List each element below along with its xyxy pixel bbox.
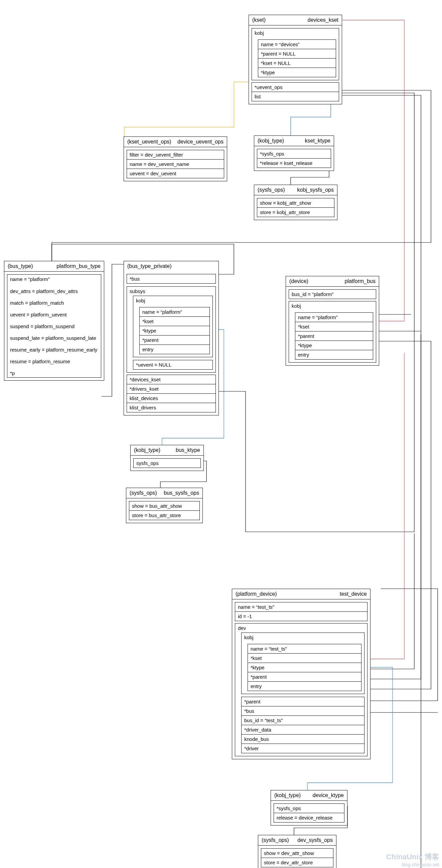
box-test-device: (platform_device) test_device name = “te… [232,589,371,759]
field: *parent [295,331,373,341]
instance-label: platform_bus_type [57,263,101,269]
type-label: (sysfs_ops) [130,490,157,496]
field: show = bus_attr_show [129,501,199,510]
field: name = “test_ts” [235,602,367,612]
title: (kobj_type) device_ktype [271,790,347,801]
instance-label: devices_kset [308,17,339,23]
subsys-label: subsys [127,287,215,296]
field: bus_id = “test_ts” [242,715,364,725]
field: name = “platform” [7,275,101,284]
title: (sysfs_ops) bus_sysfs_ops [126,488,202,498]
field: uevent = platform_uevent [7,307,101,319]
field: store = kobj_attr_store [257,207,334,217]
field: *devices_kset [127,375,215,384]
instance-label: kset_ktype [305,138,331,144]
type-label: (kobj_type) [134,447,160,453]
field: match = platform_match [7,296,101,307]
instance-label: device_ktype [313,793,344,799]
field: *kset [248,653,361,662]
connector-lines [0,0,442,868]
box-device-uevent-ops: (kset_uevent_ops) device_uevent_ops filt… [124,136,227,181]
instance-label: test_device [340,591,367,597]
field: show = dev_attr_show [261,848,333,858]
box-platform-bus-type: (bus_type) platform_bus_type name = “pla… [4,261,104,381]
box-device-ktype: (kobj_type) device_ktype *sysfs_ops rele… [271,790,347,826]
field: *kset [140,316,209,326]
field: dev_attrs = platform_dev_attrs [7,284,101,296]
box-devices-kset: (kset) devices_kset kobj name = “devices… [248,15,342,104]
box-kset-ktype: (kobj_type) kset_ktype *sysfs_ops *relea… [254,135,334,171]
field: knode_bus [242,734,364,744]
field: bus_id = “platform” [289,290,376,299]
type-label: (bus_type) [8,263,33,269]
title: (bus_type_private) [124,261,218,271]
kobj-label: kobj [289,301,376,310]
box-bus-type-private: (bus_type_private) *bus subsys kobj name… [124,261,219,415]
instance-label: platform_bus [345,278,376,284]
title: (kobj_type) bus_ktype [131,445,203,456]
field: *ktype [295,341,373,350]
box-bus-ktype: (kobj_type) bus_ktype sysfs_ops [130,445,204,471]
instance-label: kobj_sysfs_ops [297,187,334,193]
field: name = “devices” [258,40,336,49]
field: entry [140,344,209,354]
type-label: (sysfs_ops) [258,187,285,193]
field: suspend = platform_suspend [7,319,101,331]
title: (sysfs_ops) dev_sysfs_ops [258,835,336,845]
field: name = “test_ts” [248,644,361,653]
field: name = “platform” [295,313,373,322]
type-label: (kobj_type) [274,793,301,799]
watermark-main: ChinaUnix 博客 [386,852,439,862]
field: show = kobj_attr_show [257,198,334,207]
kobj-label: kobj [133,296,212,305]
type-label: (platform_device) [236,591,277,597]
field: suspend_late = platform_suspend_late [7,331,101,342]
field: id = -1 [235,612,367,621]
field: sysfs_ops [134,459,200,468]
field: name = “platform” [140,307,209,316]
title: (device) platform_bus [286,276,379,287]
field: store = dev_attr_store [261,858,333,867]
field: *parent [242,697,364,706]
field: klist_drivers [127,403,215,412]
field: entry [295,350,373,359]
field: *bus [242,706,364,715]
field: *uevent = NULL [133,360,212,369]
field: klist_devices [127,393,215,403]
field: *p [7,366,101,377]
diagram-canvas: (kset) devices_kset kobj name = “devices… [0,0,442,868]
field: store = bus_attr_store [129,510,199,520]
title: (bus_type) platform_bus_type [4,261,104,272]
field: resume = platform_resume [7,354,101,366]
field: *parent [140,335,209,344]
field: *sysfs_ops [257,149,331,158]
box-kobj-sysfs-ops: (sysfs_ops) kobj_sysfs_ops show = kobj_a… [254,185,337,220]
field: *bus [127,274,215,283]
dev-label: dev [235,623,367,632]
type-label: (device) [289,278,308,284]
field: *parent = NULL [258,49,336,58]
field: resume_early = platform_resume_early [7,342,101,354]
title: (kobj_type) kset_ktype [254,136,334,146]
field: list [252,92,339,101]
box-platform-bus: (device) platform_bus bus_id = “platform… [286,276,379,366]
field: *uevent_ops [252,83,339,92]
type-label: (sysfs_ops) [262,837,289,843]
field: release = device_release [274,813,344,822]
type-label: (bus_type_private) [127,263,172,269]
field: *release = kset_release [257,158,331,167]
instance-label: device_uevent_ops [177,139,224,145]
box-dev-sysfs-ops: (sysfs_ops) dev_sysfs_ops show = dev_att… [258,835,336,868]
title: (platform_device) test_device [232,589,370,599]
instance-label: bus_sysfs_ops [164,490,199,496]
title: (kset_uevent_ops) device_uevent_ops [124,137,227,147]
instance-label: dev_sysfs_ops [297,837,333,843]
watermark-sub: blog.chinaunix.net [402,862,439,867]
kobj-label: kobj [252,28,339,37]
title: (sysfs_ops) kobj_sysfs_ops [254,185,337,195]
instance-label: bus_ktype [176,447,200,453]
field: *ktype [248,662,361,672]
field: *driver_data [242,725,364,734]
field: *parent [248,672,361,681]
field: filter = dev_uevent_filter [127,150,224,159]
